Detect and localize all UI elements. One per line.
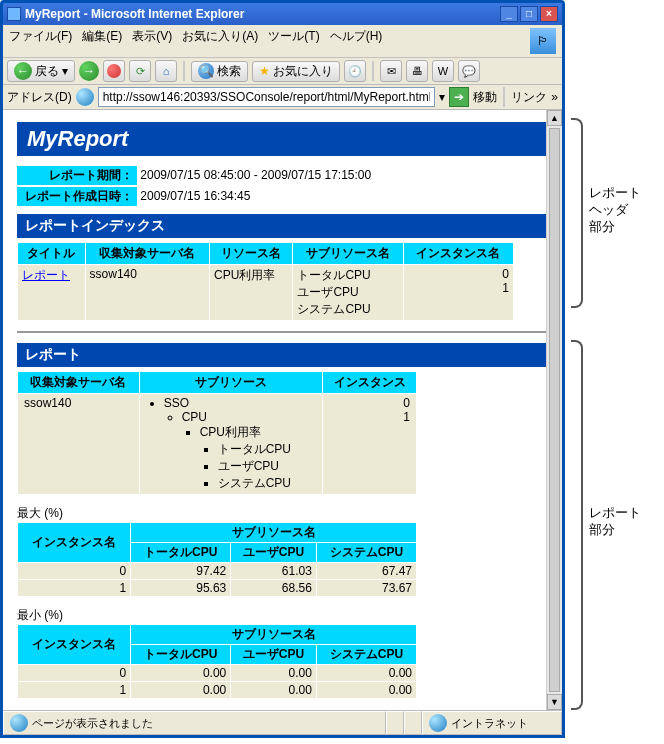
links-label[interactable]: リンク [511, 89, 547, 106]
browser-window: MyReport - Microsoft Internet Explorer _… [0, 0, 565, 738]
idx-h-server: 収集対象サーバ名 [85, 243, 209, 265]
chevron-down-icon: ▾ [62, 64, 68, 78]
index-table: タイトル 収集対象サーバ名 リソース名 サブリソース名 インスタンス名 レポート… [17, 242, 514, 321]
index-heading: レポートインデックス [17, 214, 548, 238]
go-button[interactable]: ➔ [449, 87, 469, 107]
idx-resource: CPU利用率 [210, 265, 293, 321]
table-row: 10.000.000.00 [18, 682, 417, 699]
vertical-scrollbar[interactable]: ▲ ▼ [546, 110, 562, 710]
idx-instances: 0 1 [403, 265, 513, 321]
anno-body: レポート 部分 [589, 505, 641, 539]
zone-icon [429, 714, 447, 732]
report-link[interactable]: レポート [22, 268, 70, 282]
chevron-right-icon: » [551, 90, 558, 104]
created-value: 2009/07/15 16:34:45 [140, 189, 250, 203]
titlebar: MyReport - Microsoft Internet Explorer _… [3, 3, 562, 25]
address-input[interactable] [98, 87, 436, 107]
back-button[interactable]: ←戻る▾ [7, 60, 75, 82]
content-area: MyReport レポート期間： 2009/07/15 08:45:00 - 2… [3, 110, 562, 710]
min-block: 最小 (%) インスタンス名サブリソース名 トータルCPUユーザCPUシステムC… [17, 607, 548, 699]
max-block: 最大 (%) インスタンス名サブリソース名 トータルCPUユーザCPUシステムC… [17, 505, 548, 597]
annotations: レポート ヘッダ 部分 レポート 部分 [565, 0, 655, 738]
anno-header: レポート ヘッダ 部分 [589, 185, 641, 236]
sub-tree: SSO CPU CPU利用率 トータルCPU ユーザCPU システムCPU [139, 394, 322, 495]
menu-file[interactable]: ファイル(F) [9, 28, 72, 54]
scroll-thumb[interactable] [549, 128, 560, 692]
menu-help[interactable]: ヘルプ(H) [330, 28, 383, 54]
scroll-up-icon[interactable]: ▲ [547, 110, 562, 126]
edit-button[interactable]: W [432, 60, 454, 82]
minimize-button[interactable]: _ [500, 6, 518, 22]
home-button[interactable]: ⌂ [155, 60, 177, 82]
table-row: 097.4261.0367.47 [18, 563, 417, 580]
idx-h-title: タイトル [18, 243, 86, 265]
favorites-button[interactable]: ★お気に入り [252, 61, 340, 82]
ie-icon [7, 7, 21, 21]
history-button[interactable]: 🕘 [344, 60, 366, 82]
discuss-button[interactable]: 💬 [458, 60, 480, 82]
status-text: ページが表示されました [32, 716, 153, 731]
stop-button[interactable] [103, 60, 125, 82]
search-label: 検索 [217, 63, 241, 80]
ie-flag-icon: 🏳 [530, 28, 556, 54]
back-label: 戻る [35, 63, 59, 80]
brace-header [571, 118, 583, 308]
table-row: ssow140 SSO CPU CPU利用率 トータルCPU ユーザCPU シス… [18, 394, 417, 495]
mail-button[interactable]: ✉ [380, 60, 402, 82]
menu-tools[interactable]: ツール(T) [268, 28, 319, 54]
idx-h-subresource: サブリソース名 [293, 243, 403, 265]
print-button[interactable]: 🖶 [406, 60, 428, 82]
page-icon [76, 88, 94, 106]
search-button[interactable]: 🔍検索 [191, 61, 248, 82]
zone-text: イントラネット [451, 716, 528, 731]
menu-edit[interactable]: 編集(E) [82, 28, 122, 54]
menubar: ファイル(F) 編集(E) 表示(V) お気に入り(A) ツール(T) ヘルプ(… [3, 25, 562, 58]
menu-favorites[interactable]: お気に入り(A) [182, 28, 258, 54]
idx-h-resource: リソース名 [210, 243, 293, 265]
statusbar: ページが表示されました イントラネット [3, 710, 562, 735]
menu-view[interactable]: 表示(V) [132, 28, 172, 54]
table-row: 195.6368.5673.67 [18, 580, 417, 597]
idx-subresources: トータルCPU ユーザCPU システムCPU [293, 265, 403, 321]
avg-block: 平均 (%) インスタンス名サブリソース名 トータルCPUユーザCPUシステムC… [17, 709, 548, 710]
status-page-icon [10, 714, 28, 732]
maximize-button[interactable]: □ [520, 6, 538, 22]
period-value: 2009/07/15 08:45:00 - 2009/07/15 17:15:0… [140, 168, 371, 182]
toolbar: ←戻る▾ → ⟳ ⌂ 🔍検索 ★お気に入り 🕘 ✉ 🖶 W 💬 [3, 58, 562, 85]
address-bar: アドレス(D) ▾ ➔ 移動 リンク » [3, 85, 562, 110]
go-label[interactable]: 移動 [473, 89, 497, 106]
sub-table: 収集対象サーバ名 サブリソース インスタンス ssow140 SSO CPU C… [17, 371, 417, 495]
star-icon: ★ [259, 64, 270, 78]
idx-h-instance: インスタンス名 [403, 243, 513, 265]
forward-button[interactable]: → [79, 61, 99, 81]
address-label: アドレス(D) [7, 89, 72, 106]
created-label: レポート作成日時： [17, 187, 137, 206]
refresh-button[interactable]: ⟳ [129, 60, 151, 82]
report-title: MyReport [17, 122, 548, 156]
window-title: MyReport - Microsoft Internet Explorer [25, 7, 244, 21]
idx-server: ssow140 [85, 265, 209, 321]
favorites-label: お気に入り [273, 63, 333, 80]
sub-server: ssow140 [18, 394, 140, 495]
period-label: レポート期間： [17, 166, 137, 185]
table-row: 00.000.000.00 [18, 665, 417, 682]
table-row: レポート ssow140 CPU利用率 トータルCPU ユーザCPU システムC… [18, 265, 514, 321]
close-button[interactable]: × [540, 6, 558, 22]
report-heading: レポート [17, 343, 548, 367]
brace-body [571, 340, 583, 710]
sub-instances: 0 1 [323, 394, 417, 495]
separator [17, 331, 548, 333]
scroll-down-icon[interactable]: ▼ [547, 694, 562, 710]
chevron-down-icon[interactable]: ▾ [439, 90, 445, 104]
